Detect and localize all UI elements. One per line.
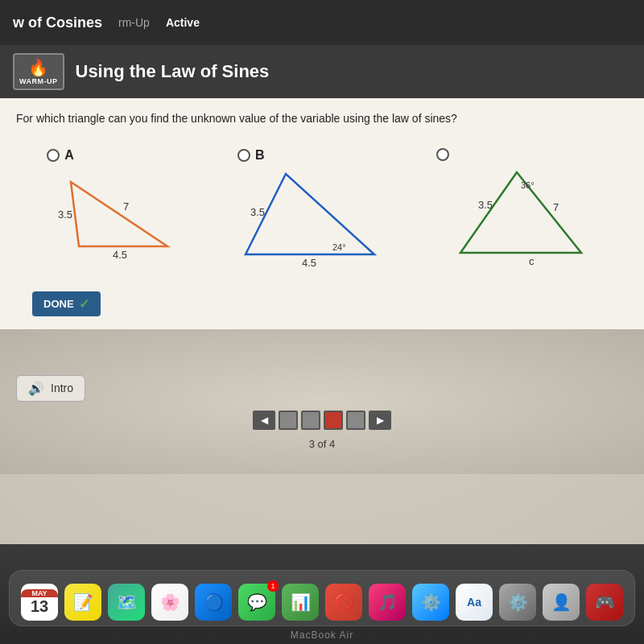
svg-marker-0 xyxy=(71,182,167,246)
dock-news[interactable]: 🚫 xyxy=(325,584,362,621)
page-title: w of Cosines xyxy=(13,14,102,31)
main-content: 🔥 WARM-UP Using the Law of Sines For whi… xyxy=(0,45,644,544)
top-bar: w of Cosines rm-Up Active xyxy=(0,0,644,45)
triangle-b-svg: 3.5 4.5 24° xyxy=(237,166,390,270)
triangle-option-b[interactable]: B 3.5 4.5 24° xyxy=(237,148,390,270)
svg-text:c: c xyxy=(529,255,535,267)
nav-warmup[interactable]: rm-Up xyxy=(118,16,150,29)
warmup-badge-text: WARM-UP xyxy=(19,77,58,85)
svg-text:4.5: 4.5 xyxy=(302,257,316,269)
option-b-label-row: B xyxy=(237,148,265,163)
triangle-c-svg: 3.5 7 c 36° xyxy=(436,164,597,269)
prev-button[interactable]: ◀ xyxy=(253,411,275,430)
svg-text:3.5: 3.5 xyxy=(478,199,493,211)
dock-photos[interactable]: 🌸 xyxy=(151,584,188,621)
bottom-texture-area: 🔊 Intro ◀ ▶ 3 of 4 xyxy=(0,329,644,474)
nav-controls: ◀ ▶ xyxy=(253,411,391,430)
dock-sysprefs[interactable]: ⚙️ xyxy=(499,584,536,621)
nav-box-3[interactable] xyxy=(324,411,343,430)
triangle-option-a[interactable]: A 3.5 7 4.5 xyxy=(47,148,192,270)
warmup-header: 🔥 WARM-UP Using the Law of Sines xyxy=(0,45,644,98)
dock-calendar[interactable]: MAY 13 xyxy=(21,584,58,621)
question-text: For which triangle can you find the unkn… xyxy=(16,111,628,127)
dock-music[interactable]: 🎵 xyxy=(369,584,406,621)
nav-box-2[interactable] xyxy=(301,411,320,430)
svg-text:7: 7 xyxy=(123,200,129,213)
top-nav: rm-Up Active xyxy=(118,16,200,29)
nav-box-4[interactable] xyxy=(346,411,365,430)
svg-text:4.5: 4.5 xyxy=(113,249,127,261)
intro-label: Intro xyxy=(51,382,73,394)
warmup-badge: 🔥 WARM-UP xyxy=(13,53,64,90)
dock-messages[interactable]: 💬 1 xyxy=(238,584,275,621)
svg-text:3.5: 3.5 xyxy=(250,206,265,218)
done-button[interactable]: DONE ✓ xyxy=(32,291,101,316)
dock-appstore[interactable]: ⚙️ xyxy=(412,584,449,621)
triangle-a-svg: 3.5 7 4.5 xyxy=(47,166,192,270)
triangles-container: A 3.5 7 4.5 B xyxy=(16,140,628,287)
radio-b[interactable] xyxy=(237,149,250,162)
checkmark-icon: ✓ xyxy=(79,296,89,312)
speaker-icon: 🔊 xyxy=(28,381,44,396)
dock-browser[interactable]: 🔵 xyxy=(195,584,232,621)
radio-c[interactable] xyxy=(436,148,449,161)
option-b-label: B xyxy=(255,148,265,163)
macbook-label: MacBook Air xyxy=(291,630,353,641)
done-label: DONE xyxy=(43,298,74,310)
dock-dictionary[interactable]: Aa xyxy=(456,584,493,621)
question-area: For which triangle can you find the unkn… xyxy=(0,98,644,329)
warmup-title: Using the Law of Sines xyxy=(76,61,270,82)
intro-button[interactable]: 🔊 Intro xyxy=(16,375,85,402)
messages-badge: 1 xyxy=(267,580,279,592)
dock: MAY 13 📝 🗺️ 🌸 🔵 💬 1 📊 🚫 🎵 ⚙️ Aa ⚙️ 👤 xyxy=(9,570,635,626)
dock-gamecenter[interactable]: 🎮 xyxy=(586,584,623,621)
svg-text:7: 7 xyxy=(553,201,559,213)
page-counter: 3 of 4 xyxy=(309,438,336,450)
option-a-label: A xyxy=(64,148,74,163)
dock-notes[interactable]: 📝 xyxy=(64,584,101,621)
option-a-label-row: A xyxy=(47,148,74,163)
nav-box-1[interactable] xyxy=(279,411,298,430)
flame-icon: 🔥 xyxy=(28,58,48,77)
svg-text:24°: 24° xyxy=(332,242,346,252)
radio-a[interactable] xyxy=(47,149,60,162)
nav-active[interactable]: Active xyxy=(166,16,200,29)
svg-text:3.5: 3.5 xyxy=(58,208,72,221)
dock-contacts[interactable]: 👤 xyxy=(543,584,580,621)
option-c-label-row xyxy=(436,148,454,161)
triangle-option-c[interactable]: 3.5 7 c 36° xyxy=(436,148,597,269)
svg-text:36°: 36° xyxy=(521,180,535,190)
next-button[interactable]: ▶ xyxy=(369,411,391,430)
mac-dock-bar: MAY 13 📝 🗺️ 🌸 🔵 💬 1 📊 🚫 🎵 ⚙️ Aa ⚙️ 👤 xyxy=(0,544,644,644)
dock-maps[interactable]: 🗺️ xyxy=(108,584,145,621)
dock-numbers[interactable]: 📊 xyxy=(282,584,319,621)
